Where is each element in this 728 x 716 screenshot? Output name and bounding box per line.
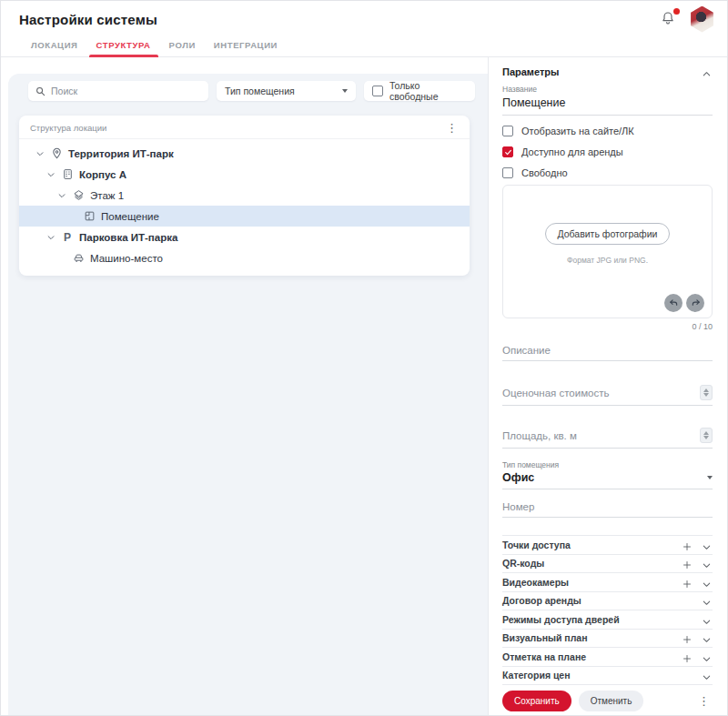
structure-section: Тип помещения Только свободные Структура… (1, 57, 488, 715)
name-field-label: Название (502, 85, 713, 94)
chevron-down-icon[interactable] (46, 231, 58, 243)
save-button[interactable]: Сохранить (502, 691, 571, 711)
cancel-button[interactable]: Отменить (579, 691, 644, 711)
search-icon (35, 86, 46, 96)
checkbox-label: Свободно (521, 167, 568, 178)
tree-item-parking[interactable]: P Парковка ИТ-парка (19, 227, 470, 247)
parameters-title: Параметры (502, 66, 559, 77)
form-actions: Сохранить Отменить ⋮ (502, 691, 713, 711)
chevron-down-icon[interactable] (702, 632, 713, 643)
tree-title: Структура локации (30, 123, 106, 133)
chevron-down-icon[interactable] (57, 189, 69, 201)
check-icon (504, 148, 512, 156)
parameters-panel: Параметры Название Отобразить на сайте/Л… (488, 57, 727, 715)
collapse-chevron-up-icon[interactable] (702, 66, 713, 77)
search-input[interactable] (51, 86, 201, 96)
top-header: Настройки системы (1, 1, 727, 37)
available-for-rent-checkbox[interactable] (502, 146, 513, 157)
add-photos-button[interactable]: Добавить фотографии (545, 223, 671, 245)
tab-bar: ЛОКАЦИЯ СТРУКТУРА РОЛИ ИНТЕГРАЦИИ (1, 37, 727, 57)
available-for-rent-row[interactable]: Доступно для аренды (502, 146, 713, 157)
tree-item-parking-space[interactable]: Машино-место (19, 247, 470, 268)
accordion-cameras[interactable]: Видеокамеры (502, 573, 713, 592)
search-input-box[interactable] (28, 81, 208, 101)
notifications-button[interactable] (661, 11, 677, 27)
chevron-down-icon[interactable] (702, 540, 713, 550)
description-field (502, 345, 713, 361)
show-on-site-row[interactable]: Отобразить на сайте/ЛК (502, 126, 713, 136)
accordion-door-access-modes[interactable]: Режимы доступа дверей (502, 610, 713, 630)
redo-icon (691, 298, 701, 308)
area-field (502, 428, 713, 449)
layers-icon (72, 189, 85, 202)
accordion-label: Категория цен (502, 670, 702, 681)
page-title: Настройки системы (19, 12, 661, 27)
tab-structure[interactable]: СТРУКТУРА (87, 40, 160, 56)
number-input[interactable] (502, 501, 713, 512)
accordion-list: Точки доступа QR-коды Видеокамеры Догово… (502, 535, 713, 685)
tree-item-label: Парковка ИТ-парка (79, 232, 177, 243)
accordion-label: Визуальный план (502, 632, 682, 643)
free-row[interactable]: Свободно (502, 167, 713, 178)
accordion-visual-plan[interactable]: Визуальный план (502, 630, 713, 649)
tree-item-territory[interactable]: Территория ИТ-парк (19, 143, 470, 164)
free-checkbox[interactable] (502, 167, 513, 178)
room-type-select[interactable]: Тип помещения Офис (502, 460, 713, 489)
accordion-label: Видеокамеры (502, 577, 682, 588)
area-input[interactable] (502, 430, 700, 441)
accordion-plan-marker[interactable]: Отметка на плане (502, 648, 713, 667)
room-type-filter-label: Тип помещения (225, 86, 295, 96)
room-icon (83, 210, 96, 223)
add-icon[interactable] (682, 558, 693, 569)
name-input[interactable] (502, 96, 713, 109)
tab-location[interactable]: ЛОКАЦИЯ (22, 40, 87, 56)
estimated-cost-input[interactable] (502, 388, 700, 398)
location-structure-card: Структура локации ⋮ Территория ИТ-парк (19, 116, 470, 276)
structure-panel: Тип помещения Только свободные Структура… (8, 74, 488, 715)
tab-integrations[interactable]: ИНТЕГРАЦИИ (205, 40, 287, 56)
tree-item-room-selected[interactable]: Помещение (19, 206, 470, 227)
undo-button[interactable] (664, 294, 682, 312)
tree-item-floor-1[interactable]: Этаж 1 (19, 185, 470, 206)
accordion-label: Режимы доступа дверей (502, 614, 702, 625)
tree-item-label: Этаж 1 (90, 190, 124, 201)
only-free-filter[interactable]: Только свободные (364, 81, 475, 101)
checkbox-label: Отобразить на сайте/ЛК (521, 126, 634, 136)
car-icon (72, 252, 85, 265)
undo-icon (669, 298, 679, 308)
chevron-down-icon[interactable] (46, 168, 58, 180)
show-on-site-checkbox[interactable] (502, 126, 513, 136)
add-icon[interactable] (682, 651, 693, 662)
tree: Территория ИТ-парк Корпус А Этаж 1 (19, 139, 470, 268)
tree-item-building-a[interactable]: Корпус А (19, 164, 470, 185)
chevron-down-icon[interactable] (702, 651, 713, 662)
avatar[interactable] (690, 6, 714, 33)
room-type-filter[interactable]: Тип помещения (217, 81, 356, 101)
room-type-label: Тип помещения (502, 460, 713, 469)
chevron-down-icon[interactable] (702, 614, 713, 625)
tree-menu-kebab-icon[interactable]: ⋮ (443, 124, 460, 133)
accordion-access-points[interactable]: Точки доступа (502, 536, 713, 555)
accordion-price-category[interactable]: Категория цен (502, 667, 713, 686)
accordion-label: QR-коды (502, 558, 682, 569)
add-icon[interactable] (682, 577, 693, 588)
number-stepper[interactable] (700, 428, 713, 443)
actions-kebab-icon[interactable]: ⋮ (695, 697, 713, 706)
description-input[interactable] (502, 345, 713, 356)
add-icon[interactable] (682, 540, 693, 550)
chevron-down-icon[interactable] (35, 147, 47, 159)
chevron-down-icon[interactable] (702, 558, 713, 569)
accordion-qr-codes[interactable]: QR-коды (502, 555, 713, 574)
chevron-down-icon[interactable] (702, 670, 713, 681)
chevron-down-icon[interactable] (702, 577, 713, 588)
number-stepper[interactable] (700, 385, 713, 400)
accordion-lease-contract[interactable]: Договор аренды (502, 592, 713, 611)
photo-format-hint: Формат JPG или PNG. (567, 256, 648, 265)
redo-button[interactable] (686, 294, 704, 312)
add-icon[interactable] (682, 632, 693, 643)
chevron-down-icon[interactable] (702, 595, 713, 606)
only-free-checkbox[interactable] (372, 86, 383, 96)
photo-upload-area[interactable]: Добавить фотографии Формат JPG или PNG. (502, 185, 713, 318)
tab-roles[interactable]: РОЛИ (160, 40, 205, 56)
number-field (502, 501, 713, 518)
